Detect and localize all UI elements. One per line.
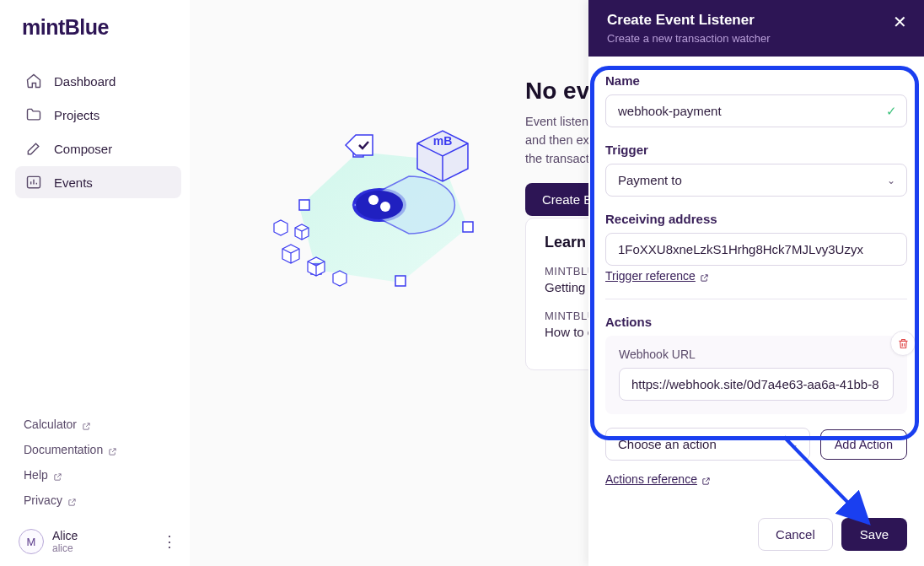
- chart-icon: [25, 174, 42, 191]
- home-icon: [25, 73, 42, 89]
- svg-point-12: [380, 202, 390, 212]
- external-link-icon: [701, 475, 711, 484]
- trigger-select[interactable]: Payment to: [605, 164, 907, 197]
- sidebar-item-dashboard[interactable]: Dashboard: [15, 65, 181, 97]
- external-link-icon: [53, 471, 62, 480]
- sidebar-item-composer[interactable]: Composer: [15, 132, 181, 164]
- link-label: Calculator: [24, 418, 77, 431]
- receiving-address-input[interactable]: [605, 233, 907, 266]
- primary-nav: Dashboard Projects Composer Events: [15, 65, 181, 198]
- user-profile[interactable]: M Alice alice ⋮: [15, 529, 181, 554]
- kebab-icon[interactable]: ⋮: [162, 532, 176, 551]
- actions-label: Actions: [605, 315, 907, 329]
- external-link-icon: [67, 496, 77, 505]
- nav-label: Dashboard: [54, 74, 116, 89]
- avatar: M: [19, 529, 44, 554]
- svg-rect-6: [395, 276, 406, 286]
- link-help[interactable]: Help: [24, 468, 181, 482]
- external-link-icon: [82, 420, 91, 429]
- add-action-button[interactable]: Add Action: [820, 429, 907, 460]
- sidebar-item-events[interactable]: Events: [15, 166, 181, 198]
- user-handle: alice: [52, 542, 78, 554]
- receiving-address-label: Receiving address: [605, 212, 907, 226]
- svg-point-10: [356, 191, 403, 219]
- folder-icon: [25, 106, 42, 123]
- link-label: Privacy: [24, 493, 62, 507]
- link-label: Trigger reference: [605, 269, 696, 283]
- svg-text:mB: mB: [433, 134, 453, 148]
- link-documentation[interactable]: Documentation: [24, 443, 181, 456]
- trigger-label: Trigger: [605, 143, 907, 157]
- action-block: Webhook URL: [605, 336, 907, 414]
- webhook-url-label: Webhook URL: [619, 348, 894, 361]
- name-label: Name: [605, 73, 907, 88]
- trash-icon: [897, 337, 910, 350]
- create-event-panel: Create Event Listener Create a new trans…: [588, 0, 924, 566]
- panel-footer: Cancel Save: [588, 504, 924, 566]
- link-label: Actions reference: [605, 472, 697, 486]
- user-name: Alice: [52, 529, 78, 542]
- cancel-button[interactable]: Cancel: [758, 518, 833, 551]
- panel-title: Create Event Listener: [607, 12, 771, 29]
- brand-logo: mintBlue: [22, 15, 181, 40]
- nav-label: Events: [54, 175, 93, 190]
- svg-rect-5: [463, 222, 473, 232]
- webhook-url-input[interactable]: [619, 368, 894, 401]
- svg-point-11: [368, 195, 379, 205]
- external-link-icon: [700, 272, 709, 281]
- link-label: Help: [24, 468, 48, 482]
- checkmark-icon: ✓: [886, 104, 897, 119]
- pencil-icon: [25, 140, 42, 157]
- panel-body: Name ✓ Trigger Payment to ⌄ Receiving ad…: [588, 57, 924, 504]
- divider: [605, 299, 907, 299]
- choose-action-select[interactable]: Choose an action: [605, 428, 810, 461]
- trigger-reference-link[interactable]: Trigger reference: [605, 269, 709, 283]
- link-calculator[interactable]: Calculator: [24, 418, 181, 431]
- sidebar: mintBlue Dashboard Projects Composer Eve…: [0, 0, 190, 566]
- sidebar-secondary-links: Calculator Documentation Help Privacy: [15, 418, 181, 507]
- user-labels: Alice alice: [52, 529, 78, 554]
- link-privacy[interactable]: Privacy: [24, 493, 181, 507]
- svg-rect-2: [299, 200, 309, 210]
- external-link-icon: [108, 445, 117, 455]
- nav-label: Composer: [54, 142, 112, 156]
- events-illustration: mB: [249, 80, 518, 316]
- panel-header: Create Event Listener Create a new trans…: [588, 0, 924, 57]
- actions-reference-link[interactable]: Actions reference: [605, 472, 711, 486]
- save-button[interactable]: Save: [841, 518, 907, 551]
- nav-label: Projects: [54, 108, 99, 122]
- link-label: Documentation: [24, 443, 103, 456]
- close-icon[interactable]: ✕: [893, 13, 907, 30]
- name-input[interactable]: [605, 94, 907, 127]
- panel-subtitle: Create a new transaction watcher: [607, 32, 771, 45]
- sidebar-item-projects[interactable]: Projects: [15, 99, 181, 131]
- delete-action-button[interactable]: [890, 331, 916, 356]
